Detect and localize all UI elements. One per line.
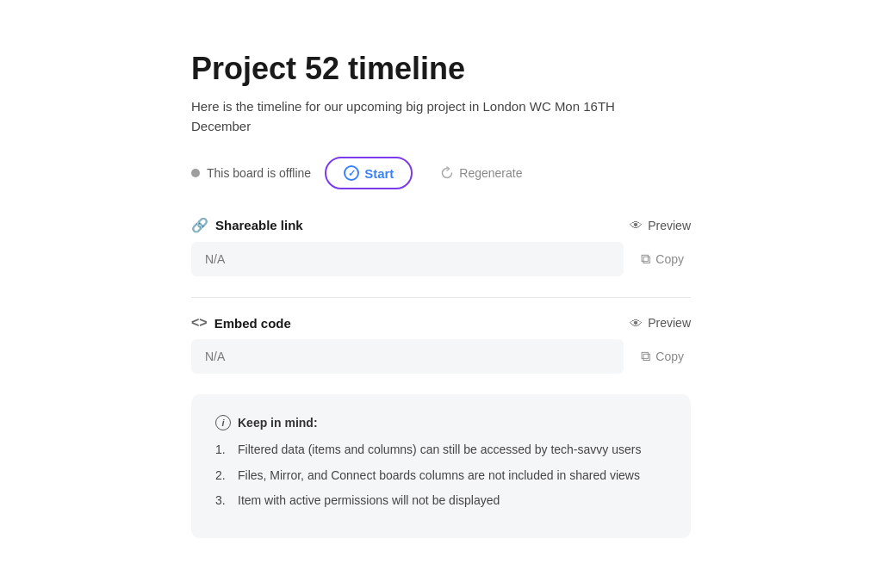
status-row: This board is offline ✓ Start Regenerate bbox=[191, 157, 691, 189]
embed-code-value: N/A bbox=[191, 339, 624, 374]
embed-code-field-row: N/A ⧉ Copy bbox=[191, 339, 691, 374]
list-item-number: 2. bbox=[215, 467, 231, 486]
start-label: Start bbox=[364, 166, 394, 181]
info-icon: i bbox=[215, 415, 231, 430]
shareable-link-header: 🔗 Shareable link 👁 Preview bbox=[191, 217, 691, 233]
shareable-link-copy-label: Copy bbox=[655, 252, 684, 266]
embed-code-section: <> Embed code 👁 Preview N/A ⧉ Copy bbox=[191, 315, 691, 374]
copy-icon: ⧉ bbox=[641, 251, 650, 267]
shareable-link-field-row: N/A ⧉ Copy bbox=[191, 242, 691, 276]
list-item-number: 1. bbox=[215, 441, 231, 460]
copy-icon-2: ⧉ bbox=[641, 349, 650, 364]
regenerate-button[interactable]: Regenerate bbox=[426, 159, 536, 187]
check-icon: ✓ bbox=[344, 165, 359, 181]
shareable-link-title: Shareable link bbox=[215, 218, 303, 232]
embed-code-title: Embed code bbox=[214, 316, 291, 331]
embed-code-preview[interactable]: 👁 Preview bbox=[630, 316, 691, 331]
list-item-text: Files, Mirror, and Connect boards column… bbox=[238, 467, 667, 486]
code-icon: <> bbox=[191, 315, 208, 331]
info-box: i Keep in mind: 1. Filtered data (items … bbox=[191, 394, 691, 538]
list-item-number: 3. bbox=[215, 492, 231, 511]
info-header: i Keep in mind: bbox=[215, 415, 667, 430]
offline-dot-icon bbox=[191, 169, 200, 177]
list-item-text: Filtered data (items and columns) can st… bbox=[238, 441, 667, 460]
divider bbox=[191, 297, 691, 298]
regenerate-label: Regenerate bbox=[459, 166, 522, 180]
list-item-text: Item with active permissions will not be… bbox=[238, 492, 667, 511]
shareable-link-section: 🔗 Shareable link 👁 Preview N/A ⧉ Copy bbox=[191, 217, 691, 276]
list-item: 1. Filtered data (items and columns) can… bbox=[215, 441, 667, 460]
embed-code-header: <> Embed code 👁 Preview bbox=[191, 315, 691, 331]
list-item: 3. Item with active permissions will not… bbox=[215, 492, 667, 511]
embed-code-label: <> Embed code bbox=[191, 315, 291, 331]
eye-icon: 👁 bbox=[630, 218, 643, 232]
page-title: Project 52 timeline bbox=[191, 50, 691, 87]
info-header-label: Keep in mind: bbox=[238, 416, 318, 430]
shareable-link-label: 🔗 Shareable link bbox=[191, 217, 303, 233]
regenerate-icon bbox=[440, 166, 454, 180]
page-description: Here is the timeline for our upcoming bi… bbox=[191, 97, 622, 136]
start-button[interactable]: ✓ Start bbox=[325, 157, 413, 189]
shareable-link-copy-button[interactable]: ⧉ Copy bbox=[634, 246, 691, 272]
eye-icon-2: 👁 bbox=[630, 316, 643, 331]
main-container: Project 52 timeline Here is the timeline… bbox=[174, 15, 708, 573]
embed-code-preview-label: Preview bbox=[648, 316, 691, 330]
info-list: 1. Filtered data (items and columns) can… bbox=[215, 441, 667, 511]
shareable-link-value: N/A bbox=[191, 242, 624, 276]
embed-code-copy-label: Copy bbox=[655, 350, 684, 363]
shareable-link-preview-label: Preview bbox=[648, 219, 691, 232]
offline-label: This board is offline bbox=[207, 166, 311, 180]
shareable-link-preview[interactable]: 👁 Preview bbox=[630, 218, 691, 232]
embed-code-copy-button[interactable]: ⧉ Copy bbox=[634, 344, 691, 369]
offline-indicator: This board is offline bbox=[191, 166, 311, 180]
list-item: 2. Files, Mirror, and Connect boards col… bbox=[215, 467, 667, 486]
link-icon: 🔗 bbox=[191, 217, 208, 233]
